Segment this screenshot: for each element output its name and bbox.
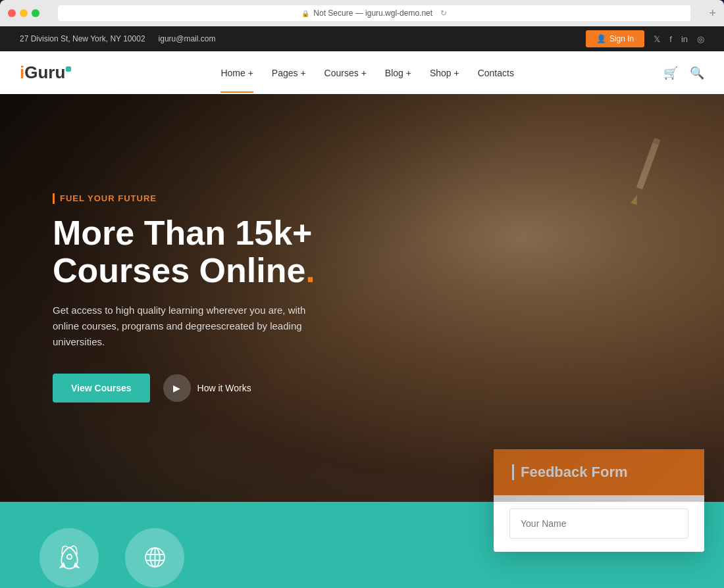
hero-content: FUEL YOUR FUTURE More Than 15k+ Courses … [0,193,369,403]
cart-icon[interactable]: 🛒 [663,66,678,80]
view-courses-button[interactable]: View Courses [53,374,150,403]
top-bar: 27 Division St, New York, NY 10002 iguru… [0,26,724,51]
logo-name: Guru [24,62,65,82]
nav-links: Home + Pages + Courses + Blog + Shop + C… [220,68,514,78]
sign-in-label: Sign In [609,34,634,43]
maximize-button[interactable] [32,9,39,17]
reload-icon[interactable]: ↻ [440,9,447,18]
play-circle-icon: ▶ [163,374,191,402]
hero-actions: View Courses ▶ How it Works [53,374,316,403]
your-name-input[interactable] [509,508,688,539]
globe-icon [140,543,170,572]
bottom-section: Feedback Form [0,502,724,588]
top-bar-right: 👤 Sign In 𝕏 f in ◎ [586,30,704,47]
nav-contacts[interactable]: Contacts [478,68,514,78]
email-info: iguru@mail.com [159,34,216,43]
linkedin-icon[interactable]: in [681,34,688,44]
eyebrow-text: FUEL YOUR FUTURE [60,193,157,203]
search-icon[interactable]: 🔍 [690,66,704,80]
hero-eyebrow: FUEL YOUR FUTURE [53,193,316,204]
rocket-icon-card [39,528,99,587]
instagram-icon[interactable]: ◎ [697,34,704,44]
top-bar-left: 27 Division St, New York, NY 10002 iguru… [20,34,215,43]
rocket-icon [55,543,84,572]
sign-in-button[interactable]: 👤 Sign In [586,30,644,47]
hero-title-dot: . [305,251,315,289]
play-text: How it Works [197,383,251,393]
user-icon: 👤 [596,34,606,43]
nav-courses[interactable]: Courses + [324,68,367,78]
logo-dot [66,66,71,72]
pencil-doodle [619,134,671,215]
navbar: iGuru Home + Pages + Courses + Blog + Sh… [0,51,724,94]
nav-home[interactable]: Home + [220,68,253,78]
eyebrow-bar [53,193,55,204]
address-bar[interactable]: 🔒 Not Secure — iguru.wgl-demo.net ↻ [58,5,690,21]
nav-icons: 🛒 🔍 [663,66,704,80]
browser-chrome: 🔒 Not Secure — iguru.wgl-demo.net ↻ + [0,0,724,26]
hero-title-line1: More Than 15k+ [53,214,312,252]
svg-rect-0 [636,138,661,190]
hero-title: More Than 15k+ Courses Online. [53,214,316,289]
nav-pages[interactable]: Pages + [272,68,306,78]
url-text: Not Secure — iguru.wgl-demo.net [313,9,432,18]
facebook-icon[interactable]: f [669,34,672,44]
nav-blog[interactable]: Blog + [385,68,411,78]
feedback-body [494,495,704,552]
hero-section: FUEL YOUR FUTURE More Than 15k+ Courses … [0,94,724,502]
hero-subtitle: Get access to high quality learning wher… [53,303,316,350]
svg-point-3 [66,554,71,559]
website: 27 Division St, New York, NY 10002 iguru… [0,26,724,588]
new-tab-button[interactable]: + [709,7,716,20]
lock-icon: 🔒 [301,10,309,17]
globe-icon-card [125,528,184,587]
address-info: 27 Division St, New York, NY 10002 [20,34,145,43]
play-button[interactable]: ▶ How it Works [163,374,251,402]
twitter-icon[interactable]: 𝕏 [654,34,660,44]
nav-shop[interactable]: Shop + [430,68,459,78]
svg-marker-1 [631,193,640,205]
hero-title-line2: Courses Online [53,251,305,289]
logo[interactable]: iGuru [20,62,71,83]
traffic-lights [8,9,39,17]
minimize-button[interactable] [20,9,28,17]
close-button[interactable] [8,9,16,17]
